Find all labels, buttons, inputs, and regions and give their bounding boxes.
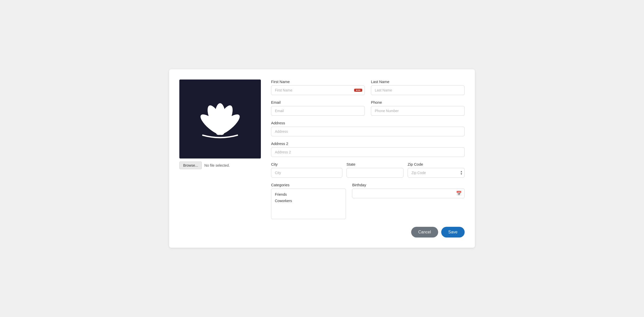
zip-spinner: ▲ ▼ — [460, 170, 463, 175]
category-coworkers: Coworkers — [275, 198, 342, 204]
left-panel: Browse... No file selected. — [179, 80, 261, 237]
state-input[interactable]: AK — [346, 168, 404, 178]
more-options-button[interactable] — [354, 89, 362, 92]
last-name-input[interactable] — [371, 85, 465, 95]
avatar-image-box — [179, 80, 261, 158]
zip-group: Zip Code ▲ ▼ — [408, 162, 465, 178]
zip-label: Zip Code — [408, 162, 465, 166]
phone-label: Phone — [371, 100, 465, 104]
city-label: City — [271, 162, 342, 166]
city-group: City — [271, 162, 342, 178]
lotus-icon — [195, 93, 246, 145]
phone-group: Phone — [371, 100, 465, 116]
address-input[interactable] — [271, 127, 465, 136]
zip-down-arrow[interactable]: ▼ — [460, 173, 463, 175]
first-name-group: First Name — [271, 80, 365, 95]
right-panel: First Name Last Name Email — [271, 80, 465, 237]
save-button[interactable]: Save — [441, 227, 465, 237]
birthday-input[interactable]: 01 / 01 / 0001 — [352, 189, 465, 198]
email-input[interactable] — [271, 106, 365, 116]
address2-label: Address 2 — [271, 141, 465, 146]
state-label: State — [346, 162, 404, 166]
city-input[interactable] — [271, 168, 342, 178]
form-container: Browse... No file selected. First Name — [169, 69, 475, 248]
birthday-label: Birthday — [352, 183, 465, 187]
category-friends: Friends — [275, 191, 342, 198]
cancel-button[interactable]: Cancel — [411, 227, 438, 237]
birthday-group: Birthday 01 / 01 / 0001 📅 — [352, 183, 465, 219]
no-file-label: No file selected. — [204, 163, 230, 167]
state-group: State AK — [346, 162, 404, 178]
phone-input[interactable] — [371, 106, 465, 116]
categories-label: Categories — [271, 183, 346, 187]
zip-input[interactable] — [408, 168, 465, 178]
last-name-label: Last Name — [371, 80, 465, 84]
browse-button[interactable]: Browse... — [179, 162, 202, 169]
address2-group: Address 2 — [271, 141, 465, 157]
email-group: Email — [271, 100, 365, 116]
email-label: Email — [271, 100, 365, 104]
first-name-input[interactable] — [271, 85, 365, 95]
address-label: Address — [271, 121, 465, 125]
last-name-group: Last Name — [371, 80, 465, 95]
categories-box[interactable]: Friends Coworkers — [271, 189, 346, 219]
address-group: Address — [271, 121, 465, 136]
categories-group: Categories Friends Coworkers — [271, 183, 346, 219]
first-name-label: First Name — [271, 80, 365, 84]
address2-input[interactable] — [271, 147, 465, 157]
actions-row: Cancel Save — [271, 227, 465, 237]
